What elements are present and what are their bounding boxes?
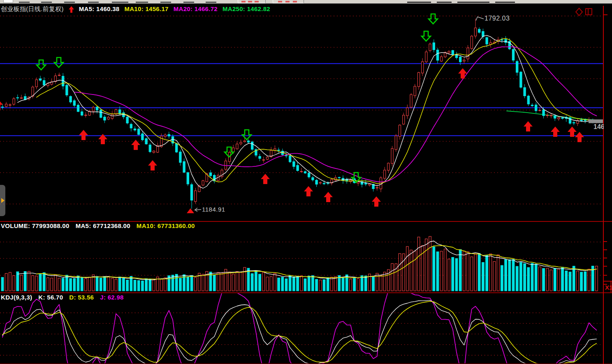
kdj-name: KDJ(9,3,3) (1, 294, 32, 301)
price-tag-bar (589, 120, 603, 123)
sell-arrow-icon (54, 58, 63, 67)
ma10-value: MA10: 1456.17 (124, 5, 168, 13)
volume-value: VOLUME: 77993088.00 (1, 222, 70, 229)
volume-ma5-value: MA5: 67712368.00 (76, 222, 130, 229)
high-price-annotation: 1792.03 (484, 15, 510, 22)
buy-arrow-icon (575, 132, 584, 142)
up-arrow-icon (69, 5, 74, 13)
buy-arrow-icon (148, 160, 157, 170)
kdj-header: KDJ(9,3,3) K: 56.70 D: 53.56 J: 62.98 (1, 294, 124, 301)
sell-arrow-icon (242, 130, 251, 140)
buy-arrow-icon (324, 192, 333, 202)
kdj-d-value: D: 53.56 (69, 294, 94, 301)
ma5-value: MA5: 1460.38 (79, 5, 120, 13)
sidebar-expand-handle[interactable] (0, 185, 5, 216)
low-price-annotation: 1184.91 (202, 206, 225, 213)
ma250-value: MA250: 1462.82 (223, 5, 270, 13)
volume-panel (0, 236, 603, 291)
window-split-icon[interactable] (586, 9, 592, 15)
buy-arrow-icon (524, 121, 533, 131)
ma20-value: MA20: 1466.72 (174, 5, 218, 13)
buy-arrow-icon (304, 186, 313, 196)
kdj-k-value: K: 56.70 (38, 294, 63, 301)
buy-arrow-icon (131, 140, 140, 150)
volume-ma10-value: MA10: 67731360.00 (137, 222, 195, 229)
chart-title: 创业板指(日线.前复权) (1, 5, 64, 13)
sell-arrow-icon (37, 60, 46, 70)
chart-canvas[interactable] (0, 0, 612, 364)
volume-header: VOLUME: 77993088.00 MA5: 67712368.00 MA1… (1, 222, 195, 229)
current-price-tag: 146 (593, 123, 604, 131)
main-price-panel (0, 16, 603, 209)
diamond-icon[interactable] (576, 8, 582, 16)
main-chart-header: 创业板指(日线.前复权) MA5: 1460.38 MA10: 1456.17 … (1, 5, 270, 13)
buy-arrow-icon (79, 130, 88, 140)
stock-chart-window: 创业板指(日线.前复权) MA5: 1460.38 MA10: 1456.17 … (0, 0, 612, 364)
volume-scale-label: X1 (605, 284, 612, 291)
sell-arrow-icon (429, 14, 438, 24)
expand-arrow-icon (1, 198, 5, 203)
chart-corner-controls (575, 7, 594, 18)
kdj-j-value: J: 62.98 (100, 294, 123, 301)
buy-arrow-icon (458, 68, 467, 78)
buy-arrow-icon (261, 174, 270, 184)
low-marker-icon (187, 208, 194, 213)
buy-arrow-icon (372, 196, 381, 207)
sell-arrow-icon (422, 31, 431, 41)
signal-arrows (0, 14, 584, 213)
